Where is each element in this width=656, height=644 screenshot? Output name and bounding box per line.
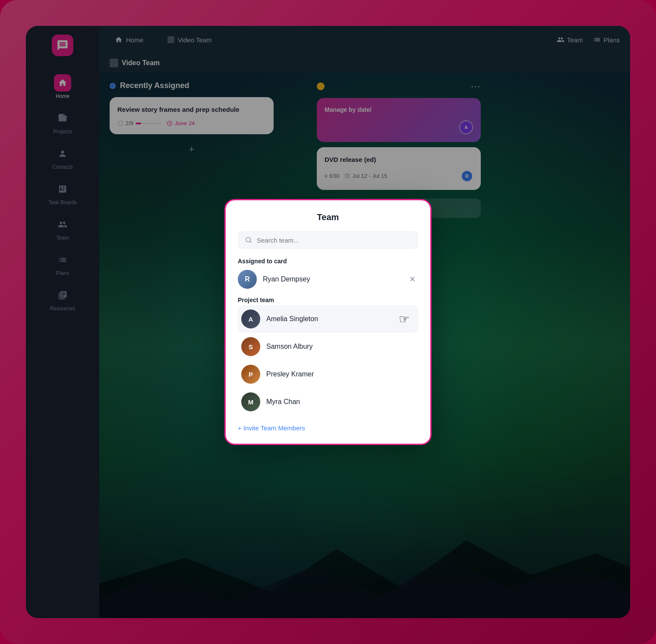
team-member-samson[interactable]: S Samson Albury bbox=[238, 333, 418, 360]
amelia-avatar: A bbox=[241, 309, 260, 328]
invite-team-members-btn[interactable]: + Invite Team Members bbox=[238, 423, 418, 433]
presley-avatar: P bbox=[241, 365, 260, 384]
search-box bbox=[238, 231, 418, 249]
team-member-myra[interactable]: M Myra Chan bbox=[238, 388, 418, 416]
assigned-section-label: Assigned to card bbox=[238, 258, 418, 265]
myra-name: Myra Chan bbox=[266, 398, 300, 406]
assigned-name: Ryan Dempsey bbox=[263, 275, 400, 283]
search-icon bbox=[245, 236, 252, 244]
cursor-hand-icon: ☞ bbox=[399, 312, 410, 326]
presley-name: Presley Kramer bbox=[266, 370, 314, 378]
svg-point-4 bbox=[246, 237, 251, 242]
invite-label: + Invite Team Members bbox=[238, 424, 305, 432]
assigned-row: R Ryan Dempsey ✕ bbox=[238, 270, 418, 289]
team-member-presley[interactable]: P Presley Kramer bbox=[238, 360, 418, 388]
samson-avatar: S bbox=[241, 337, 260, 356]
project-team-label: Project team bbox=[238, 297, 418, 303]
team-list: A Amelia Singleton ☞ S Samson Albury P P… bbox=[238, 305, 418, 416]
search-input[interactable] bbox=[257, 237, 411, 244]
assigned-avatar: R bbox=[238, 270, 257, 289]
team-member-amelia[interactable]: A Amelia Singleton ☞ bbox=[238, 305, 418, 333]
close-assigned-btn[interactable]: ✕ bbox=[406, 273, 418, 285]
myra-avatar: M bbox=[241, 392, 260, 411]
amelia-name: Amelia Singleton bbox=[266, 315, 318, 323]
team-modal: Team Assigned to card R Ryan Dempsey ✕ P… bbox=[224, 199, 432, 445]
modal-title: Team bbox=[238, 212, 418, 222]
samson-name: Samson Albury bbox=[266, 343, 313, 350]
